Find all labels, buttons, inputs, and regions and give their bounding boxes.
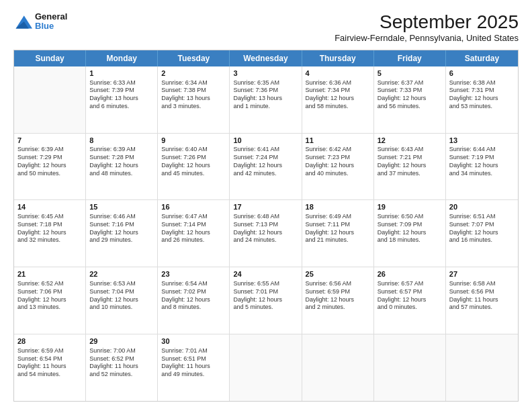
calendar-cell: 15Sunrise: 6:46 AMSunset: 7:16 PMDayligh…	[86, 200, 158, 267]
calendar-row: 21Sunrise: 6:52 AMSunset: 7:06 PMDayligh…	[14, 267, 518, 334]
day-number: 1	[89, 68, 154, 79]
calendar-cell: 2Sunrise: 6:34 AMSunset: 7:38 PMDaylight…	[158, 66, 230, 133]
calendar-cell	[14, 66, 86, 133]
day-number: 19	[378, 202, 442, 212]
cell-content: Sunrise: 6:44 AMSunset: 7:19 PMDaylight:…	[449, 146, 515, 177]
calendar-day-header: Sunday	[14, 50, 86, 66]
calendar-cell: 16Sunrise: 6:47 AMSunset: 7:14 PMDayligh…	[158, 200, 230, 267]
cell-content: Sunrise: 6:50 AMSunset: 7:09 PMDaylight:…	[378, 213, 442, 244]
calendar-cell	[302, 334, 374, 401]
cell-content: Sunrise: 6:37 AMSunset: 7:33 PMDaylight:…	[378, 79, 442, 111]
calendar-cell: 7Sunrise: 6:39 AMSunset: 7:29 PMDaylight…	[14, 134, 86, 200]
calendar-cell: 23Sunrise: 6:54 AMSunset: 7:02 PMDayligh…	[158, 267, 230, 334]
calendar-cell: 18Sunrise: 6:49 AMSunset: 7:11 PMDayligh…	[302, 200, 374, 267]
calendar-cell: 6Sunrise: 6:38 AMSunset: 7:31 PMDaylight…	[446, 66, 518, 133]
day-number: 10	[233, 136, 298, 146]
calendar-day-header: Tuesday	[158, 50, 230, 66]
calendar: SundayMondayTuesdayWednesdayThursdayFrid…	[13, 50, 519, 402]
cell-content: Sunrise: 6:47 AMSunset: 7:14 PMDaylight:…	[161, 213, 226, 244]
calendar-cell: 30Sunrise: 7:01 AMSunset: 6:51 PMDayligh…	[158, 334, 230, 401]
day-number: 7	[17, 136, 82, 146]
page: General Blue September 2025 Fairview-Fer…	[0, 0, 532, 411]
cell-content: Sunrise: 6:40 AMSunset: 7:26 PMDaylight:…	[161, 146, 226, 177]
cell-content: Sunrise: 6:52 AMSunset: 7:06 PMDaylight:…	[17, 280, 82, 312]
cell-content: Sunrise: 6:34 AMSunset: 7:38 PMDaylight:…	[161, 79, 226, 111]
day-number: 9	[161, 136, 226, 146]
day-number: 22	[89, 269, 154, 279]
calendar-cell: 24Sunrise: 6:55 AMSunset: 7:01 PMDayligh…	[230, 267, 302, 334]
cell-content: Sunrise: 6:41 AMSunset: 7:24 PMDaylight:…	[233, 146, 298, 177]
day-number: 4	[306, 68, 370, 79]
cell-content: Sunrise: 6:39 AMSunset: 7:29 PMDaylight:…	[17, 146, 82, 177]
day-number: 25	[306, 269, 370, 279]
calendar-cell	[374, 334, 446, 401]
calendar-cell: 9Sunrise: 6:40 AMSunset: 7:26 PMDaylight…	[158, 134, 230, 200]
calendar-cell: 20Sunrise: 6:51 AMSunset: 7:07 PMDayligh…	[446, 200, 518, 267]
calendar-cell: 12Sunrise: 6:43 AMSunset: 7:21 PMDayligh…	[374, 134, 446, 200]
calendar-row: 1Sunrise: 6:33 AMSunset: 7:39 PMDaylight…	[14, 66, 518, 134]
day-number: 23	[161, 269, 226, 279]
calendar-cell: 1Sunrise: 6:33 AMSunset: 7:39 PMDaylight…	[86, 66, 158, 133]
cell-content: Sunrise: 6:38 AMSunset: 7:31 PMDaylight:…	[449, 79, 515, 111]
calendar-cell: 25Sunrise: 6:56 AMSunset: 6:59 PMDayligh…	[302, 267, 374, 334]
calendar-cell: 29Sunrise: 7:00 AMSunset: 6:52 PMDayligh…	[86, 334, 158, 401]
calendar-cell: 26Sunrise: 6:57 AMSunset: 6:57 PMDayligh…	[374, 267, 446, 334]
day-number: 6	[449, 68, 515, 79]
day-number: 29	[89, 336, 154, 347]
cell-content: Sunrise: 6:39 AMSunset: 7:28 PMDaylight:…	[89, 146, 154, 177]
logo-text: General Blue	[35, 12, 67, 32]
calendar-cell: 11Sunrise: 6:42 AMSunset: 7:23 PMDayligh…	[302, 134, 374, 200]
day-number: 11	[306, 136, 370, 146]
day-number: 21	[17, 269, 82, 279]
day-number: 26	[378, 269, 442, 279]
logo: General Blue	[13, 12, 67, 32]
calendar-row: 28Sunrise: 6:59 AMSunset: 6:54 PMDayligh…	[14, 334, 518, 401]
day-number: 30	[161, 336, 226, 347]
calendar-day-header: Wednesday	[230, 50, 302, 66]
calendar-cell: 27Sunrise: 6:58 AMSunset: 6:56 PMDayligh…	[446, 267, 518, 334]
day-number: 24	[233, 269, 298, 279]
cell-content: Sunrise: 6:51 AMSunset: 7:07 PMDaylight:…	[449, 213, 515, 244]
calendar-cell: 8Sunrise: 6:39 AMSunset: 7:28 PMDaylight…	[86, 134, 158, 200]
day-number: 3	[233, 68, 298, 79]
cell-content: Sunrise: 6:48 AMSunset: 7:13 PMDaylight:…	[233, 213, 298, 244]
calendar-cell: 28Sunrise: 6:59 AMSunset: 6:54 PMDayligh…	[14, 334, 86, 401]
day-number: 5	[378, 68, 442, 79]
day-number: 2	[161, 68, 226, 79]
cell-content: Sunrise: 7:00 AMSunset: 6:52 PMDaylight:…	[89, 347, 154, 379]
day-number: 13	[449, 136, 515, 146]
day-number: 12	[378, 136, 442, 146]
subtitle: Fairview-Ferndale, Pennsylvania, United …	[335, 33, 519, 43]
calendar-cell: 4Sunrise: 6:36 AMSunset: 7:34 PMDaylight…	[302, 66, 374, 133]
calendar-day-header: Monday	[86, 50, 158, 66]
cell-content: Sunrise: 6:42 AMSunset: 7:23 PMDaylight:…	[306, 146, 370, 177]
cell-content: Sunrise: 6:57 AMSunset: 6:57 PMDaylight:…	[378, 280, 442, 312]
day-number: 28	[17, 336, 82, 347]
logo-line1: General	[35, 12, 67, 21]
calendar-cell	[230, 334, 302, 401]
calendar-header: SundayMondayTuesdayWednesdayThursdayFrid…	[14, 50, 518, 66]
cell-content: Sunrise: 6:58 AMSunset: 6:56 PMDaylight:…	[449, 280, 515, 312]
calendar-cell: 22Sunrise: 6:53 AMSunset: 7:04 PMDayligh…	[86, 267, 158, 334]
cell-content: Sunrise: 6:35 AMSunset: 7:36 PMDaylight:…	[233, 79, 298, 111]
calendar-cell: 13Sunrise: 6:44 AMSunset: 7:19 PMDayligh…	[446, 134, 518, 200]
main-title: September 2025	[335, 12, 519, 33]
day-number: 18	[306, 202, 370, 212]
cell-content: Sunrise: 6:46 AMSunset: 7:16 PMDaylight:…	[89, 213, 154, 244]
calendar-cell: 17Sunrise: 6:48 AMSunset: 7:13 PMDayligh…	[230, 200, 302, 267]
header: General Blue September 2025 Fairview-Fer…	[13, 12, 519, 43]
cell-content: Sunrise: 6:49 AMSunset: 7:11 PMDaylight:…	[306, 213, 370, 244]
day-number: 17	[233, 202, 298, 212]
calendar-day-header: Friday	[374, 50, 446, 66]
calendar-body: 1Sunrise: 6:33 AMSunset: 7:39 PMDaylight…	[14, 66, 518, 401]
day-number: 27	[449, 269, 515, 279]
cell-content: Sunrise: 6:43 AMSunset: 7:21 PMDaylight:…	[378, 146, 442, 177]
cell-content: Sunrise: 6:36 AMSunset: 7:34 PMDaylight:…	[306, 79, 370, 111]
logo-icon	[13, 12, 32, 31]
day-number: 16	[161, 202, 226, 212]
calendar-row: 14Sunrise: 6:45 AMSunset: 7:18 PMDayligh…	[14, 200, 518, 267]
calendar-cell: 3Sunrise: 6:35 AMSunset: 7:36 PMDaylight…	[230, 66, 302, 133]
cell-content: Sunrise: 6:59 AMSunset: 6:54 PMDaylight:…	[17, 347, 82, 379]
calendar-cell	[446, 334, 518, 401]
calendar-row: 7Sunrise: 6:39 AMSunset: 7:29 PMDaylight…	[14, 134, 518, 201]
